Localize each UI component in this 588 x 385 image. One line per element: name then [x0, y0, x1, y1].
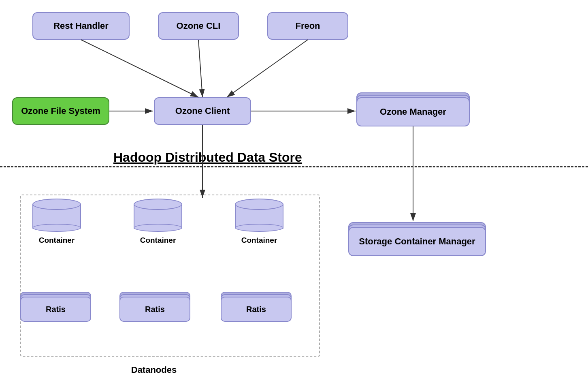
rest-handler-node: Rest Handler — [32, 12, 130, 40]
cylinder-top-1 — [32, 199, 81, 210]
container3-cylinder: Container — [235, 199, 283, 245]
ozone-cli-node: Ozone CLI — [158, 12, 239, 40]
cylinder-bottom-1 — [32, 224, 81, 232]
svg-line-2 — [198, 40, 202, 97]
separator-line — [0, 166, 588, 167]
cylinder-bottom-3 — [235, 224, 283, 232]
cylinder-top-3 — [235, 199, 283, 210]
container1-cylinder: Container — [32, 199, 81, 245]
svg-line-3 — [227, 40, 308, 97]
freon-node: Freon — [267, 12, 348, 40]
container2-cylinder: Container — [134, 199, 182, 245]
container2-label: Container — [140, 236, 176, 245]
datanodes-label: Datanodes — [113, 365, 194, 375]
ozone-client-node: Ozone Client — [154, 97, 251, 125]
hadoop-label: Hadoop Distributed Data Store — [113, 150, 302, 165]
container3-label: Container — [241, 236, 277, 245]
storage-container-manager-wrapper: Storage Container Manager — [348, 222, 486, 259]
cylinder-bottom-2 — [134, 224, 182, 232]
cylinder-top-2 — [134, 199, 182, 210]
ozone-manager-wrapper: Ozone Manager — [356, 92, 470, 130]
svg-line-1 — [81, 40, 198, 97]
container1-label: Container — [39, 236, 75, 245]
ozone-filesystem-node: Ozone File System — [12, 97, 109, 125]
diagram: Hadoop Distributed Data Store Rest Handl… — [0, 0, 588, 385]
